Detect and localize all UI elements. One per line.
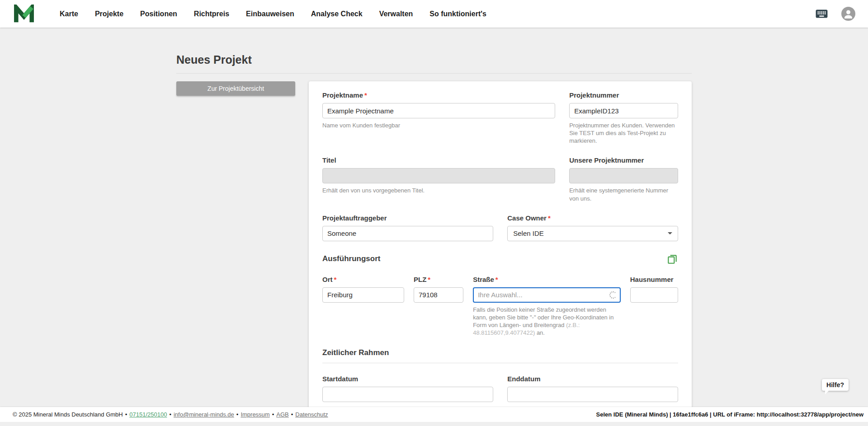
required-asterisk: * <box>364 91 367 99</box>
ort-input[interactable] <box>322 287 404 303</box>
agb-link[interactable]: AGB <box>276 411 288 418</box>
project-overview-button[interactable]: Zur Projektübersicht <box>176 81 295 96</box>
field-projektauftraggeber: Projektauftraggeber <box>322 214 493 241</box>
copyright-text: © 2025 Mineral Minds Deutschland GmbH <box>13 411 123 418</box>
strasse-input[interactable] <box>473 287 621 303</box>
section-ausfuehrungsort: Ausführungsort <box>322 254 380 263</box>
projektnummer-label: Projektnummer <box>569 91 678 99</box>
field-ort: Ort* <box>322 276 404 303</box>
new-project-form-card: Projektname* Name vom Kunden festlegbar … <box>309 81 692 416</box>
projektauftraggeber-input[interactable] <box>322 226 493 241</box>
nav-item-projekte[interactable]: Projekte <box>95 10 123 18</box>
email-link[interactable]: info@mineral-minds.de <box>174 411 234 418</box>
page-title: Neues Projekt <box>176 53 692 66</box>
case-owner-value: Selen IDE <box>513 229 544 237</box>
case-owner-label: Case Owner* <box>507 214 678 222</box>
enddatum-input[interactable] <box>507 387 678 402</box>
nav-right <box>815 7 855 21</box>
unsere-projektnummer-input <box>569 168 678 183</box>
main-area: Neues Projekt Zur Projektübersicht Proje… <box>0 28 868 416</box>
projektname-helper: Name vom Kunden festlegbar <box>322 122 555 129</box>
strasse-label: Straße* <box>473 276 621 284</box>
projektnummer-input[interactable] <box>569 103 678 118</box>
required-asterisk: * <box>548 214 551 222</box>
required-asterisk: * <box>428 276 430 283</box>
titel-label: Titel <box>322 156 555 164</box>
dropdown-arrow-icon <box>668 232 672 234</box>
field-unsere-projektnummer: Unsere Projektnummer Erhält eine systemg… <box>569 156 678 202</box>
plz-input[interactable] <box>414 287 463 303</box>
titel-helper: Erhält den von uns vorgegebenen Titel. <box>322 187 555 194</box>
nav-item-analyse-check[interactable]: Analyse Check <box>311 10 363 18</box>
nav-item-positionen[interactable]: Positionen <box>140 10 177 18</box>
unsere-projektnummer-label: Unsere Projektnummer <box>569 156 678 164</box>
title-divider <box>176 73 692 74</box>
required-asterisk: * <box>495 276 498 283</box>
help-button[interactable]: Hilfe? <box>822 379 849 391</box>
phone-link[interactable]: 07151/250100 <box>129 411 167 418</box>
copy-icon[interactable] <box>666 253 678 265</box>
field-case-owner: Case Owner* Selen IDE <box>507 214 678 241</box>
hausnummer-input[interactable] <box>630 287 678 303</box>
field-projektname: Projektname* Name vom Kunden festlegbar <box>322 91 555 129</box>
nav-item-karte[interactable]: Karte <box>60 10 78 18</box>
datenschutz-link[interactable]: Datenschutz <box>295 411 328 418</box>
loading-spinner-icon <box>609 291 617 299</box>
projektauftraggeber-label: Projektauftraggeber <box>322 214 493 222</box>
unsere-projektnummer-helper: Erhält eine systemgenerierte Nummer von … <box>569 187 678 202</box>
required-asterisk: * <box>334 276 337 283</box>
projektname-input[interactable] <box>322 103 555 118</box>
nav-item-richtpreis[interactable]: Richtpreis <box>194 10 229 18</box>
hausnummer-label: Hausnummer <box>630 276 678 284</box>
nav-item-so-funktionierts[interactable]: So funktioniert's <box>429 10 486 18</box>
section-divider <box>322 363 678 363</box>
field-plz: PLZ* <box>414 276 463 303</box>
footer: © 2025 Mineral Minds Deutschland GmbH • … <box>0 407 868 422</box>
nav-item-verwalten[interactable]: Verwalten <box>379 10 413 18</box>
session-info: Selen IDE (Mineral Minds) | 16fae1ffc6a6… <box>596 411 863 418</box>
field-hausnummer: Hausnummer <box>630 276 678 303</box>
startdatum-input[interactable] <box>322 387 493 402</box>
top-navbar: Karte Projekte Positionen Richtpreis Ein… <box>0 0 868 28</box>
ort-label: Ort* <box>322 276 404 284</box>
avatar[interactable] <box>841 7 855 21</box>
section-zeitlicher-rahmen: Zeitlicher Rahmen <box>322 348 389 357</box>
logo-icon[interactable] <box>14 5 34 23</box>
nav-items: Karte Projekte Positionen Richtpreis Ein… <box>60 10 815 18</box>
projektnummer-helper: Projektnummer des Kunden. Verwenden Sie … <box>569 122 678 145</box>
field-projektnummer: Projektnummer Projektnummer des Kunden. … <box>569 91 678 145</box>
impressum-link[interactable]: Impressum <box>241 411 269 418</box>
enddatum-label: Enddatum <box>507 375 678 383</box>
field-strasse: Straße* Falls die Position keiner Straße… <box>473 276 621 337</box>
keyboard-icon[interactable] <box>815 7 829 21</box>
plz-label: PLZ* <box>414 276 463 284</box>
projektname-label: Projektname* <box>322 91 555 99</box>
field-enddatum: Enddatum <box>507 375 678 402</box>
field-titel: Titel Erhält den von uns vorgegebenen Ti… <box>322 156 555 194</box>
nav-item-einbauweisen[interactable]: Einbauweisen <box>246 10 294 18</box>
strasse-helper: Falls die Position keiner Straße zugeord… <box>473 306 621 337</box>
field-startdatum: Startdatum <box>322 375 493 402</box>
case-owner-select[interactable]: Selen IDE <box>507 226 678 241</box>
startdatum-label: Startdatum <box>322 375 493 383</box>
titel-input <box>322 168 555 183</box>
